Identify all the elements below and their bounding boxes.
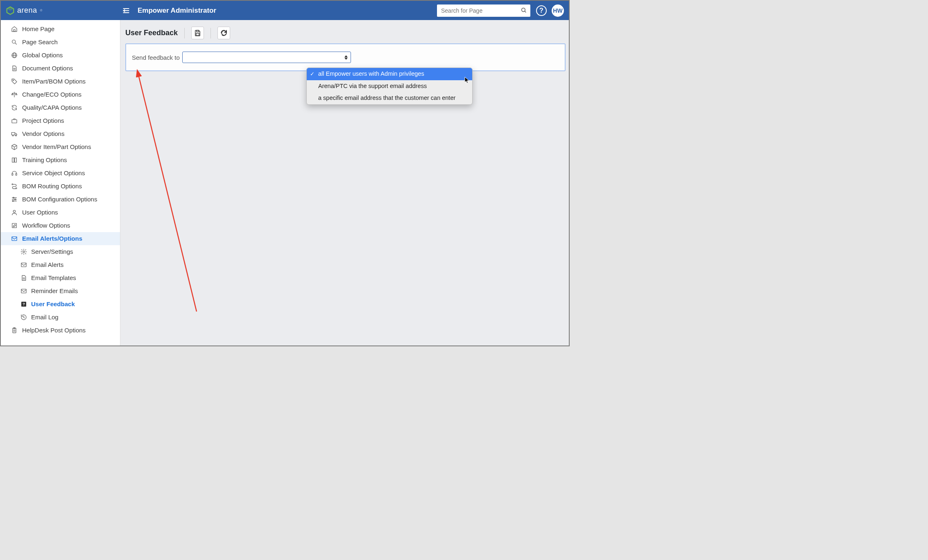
feedback-destination-dropdown: ✓all Empower users with Admin privileges…: [306, 68, 473, 105]
header-left: Empower Administrator: [79, 5, 216, 16]
sidebar-item-project-options[interactable]: Project Options: [1, 114, 120, 127]
search-icon: [521, 7, 527, 14]
dropdown-option-label: a specific email address that the custom…: [318, 95, 455, 101]
sidebar-item-document-options[interactable]: Document Options: [1, 62, 120, 75]
refresh-icon: [11, 104, 18, 111]
select-caret-icon: [343, 53, 349, 61]
help-button[interactable]: ?: [536, 5, 547, 16]
svg-point-31: [15, 199, 16, 200]
sidebar-item-helpdesk-post-options[interactable]: HelpDesk Post Options: [1, 324, 120, 337]
sidebar-item-label: Service Object Options: [22, 169, 85, 177]
svg-rect-37: [21, 263, 26, 266]
svg-rect-49: [197, 30, 199, 32]
dropdown-option[interactable]: Arena/PTC via the support email address: [307, 80, 472, 93]
user-icon: [11, 209, 18, 216]
edit-icon: [11, 222, 18, 229]
svg-text:?: ?: [23, 302, 25, 306]
sidebar-subitem-server-settings[interactable]: Server/Settings: [1, 245, 120, 258]
page-search-box[interactable]: [437, 5, 530, 17]
sidebar-item-label: Vendor Item/Part Options: [22, 143, 91, 151]
sidebar-item-label: Email Alerts: [31, 261, 63, 269]
divider: [210, 28, 211, 38]
sidebar-item-label: Email Alerts/Options: [22, 235, 82, 242]
sidebar-item-label: Server/Settings: [31, 248, 73, 255]
save-icon: [194, 29, 201, 36]
sidebar-subitem-user-feedback[interactable]: ?User Feedback: [1, 298, 120, 311]
sidebar-item-page-search[interactable]: Page Search: [1, 36, 120, 49]
menu-toggle-button[interactable]: [120, 5, 132, 16]
headset-icon: [11, 169, 18, 177]
save-button[interactable]: [191, 27, 204, 39]
help-icon: ?: [539, 7, 543, 14]
sidebar-item-label: BOM Routing Options: [22, 183, 82, 190]
user-avatar[interactable]: HW: [552, 5, 564, 17]
sidebar-item-home-page[interactable]: Home Page: [1, 23, 120, 36]
mail-icon: [11, 235, 18, 242]
sidebar-item-label: User Options: [22, 209, 58, 216]
sidebar-item-label: Vendor Options: [22, 130, 64, 138]
page-search-input[interactable]: [437, 5, 530, 17]
sidebar-item-global-options[interactable]: Global Options: [1, 49, 120, 62]
sidebar-subitem-email-alerts[interactable]: Email Alerts: [1, 258, 120, 271]
sidebar-item-training-options[interactable]: Training Options: [1, 154, 120, 167]
sidebar-item-label: Workflow Options: [22, 222, 70, 229]
brand-text: arena: [17, 6, 37, 15]
sliders-icon: [11, 196, 18, 203]
sidebar-item-workflow-options[interactable]: Workflow Options: [1, 219, 120, 232]
refresh-button[interactable]: [217, 27, 230, 39]
sidebar-item-vendor-item-part-options[interactable]: Vendor Item/Part Options: [1, 140, 120, 154]
svg-rect-7: [14, 29, 15, 32]
truck-icon: [11, 130, 18, 138]
svg-rect-50: [196, 33, 199, 36]
sidebar-subitem-reminder-emails[interactable]: Reminder Emails: [1, 285, 120, 298]
sidebar-item-label: Project Options: [22, 117, 64, 124]
clipboard-icon: [11, 327, 18, 334]
sidebar-item-label: Training Options: [22, 156, 67, 164]
briefcase-icon: [11, 117, 18, 124]
feedback-destination-select[interactable]: [182, 52, 351, 63]
doc-icon: [11, 65, 18, 72]
sidebar-subitem-email-log[interactable]: Email Log: [1, 311, 120, 324]
sidebar-item-quality-capa-options[interactable]: Quality/CAPA Options: [1, 101, 120, 114]
svg-rect-34: [12, 224, 17, 228]
divider: [184, 28, 185, 38]
sidebar-item-email-alerts-options[interactable]: Email Alerts/Options: [1, 232, 120, 245]
svg-point-32: [12, 201, 14, 202]
gear-icon: [20, 248, 27, 255]
search-icon: [11, 38, 18, 46]
check-icon: ✓: [310, 70, 315, 78]
dropdown-option-label: Arena/PTC via the support email address: [318, 83, 427, 89]
dropdown-option[interactable]: a specific email address that the custom…: [307, 92, 472, 104]
svg-rect-35: [12, 237, 17, 240]
question-icon: ?: [20, 301, 27, 307]
form-panel: Send feedback to: [125, 43, 566, 71]
refresh-icon: [220, 29, 227, 36]
dropdown-option-label: all Empower users with Admin privileges: [318, 70, 424, 77]
sidebar-item-user-options[interactable]: User Options: [1, 206, 120, 219]
sidebar-item-label: Item/Part/BOM Options: [22, 78, 86, 85]
svg-line-6: [525, 11, 526, 12]
header-right: ? HW: [536, 5, 564, 17]
sidebar-subitem-email-templates[interactable]: Email Templates: [1, 271, 120, 285]
svg-rect-23: [12, 174, 13, 176]
sidebar-item-vendor-options[interactable]: Vendor Options: [1, 127, 120, 140]
route-icon: [11, 183, 18, 190]
sidebar-item-label: Quality/CAPA Options: [22, 104, 82, 111]
svg-point-5: [522, 8, 525, 11]
sidebar-item-bom-configuration-options[interactable]: BOM Configuration Options: [1, 193, 120, 206]
history-icon: [20, 314, 27, 321]
sidebar-item-service-object-options[interactable]: Service Object Options: [1, 167, 120, 180]
globe-icon: [11, 52, 18, 59]
svg-point-21: [16, 135, 17, 136]
brand-mark-icon: [6, 6, 15, 15]
sidebar-item-label: Email Log: [31, 314, 59, 321]
sidebar-item-item-part-bom-options[interactable]: Item/Part/BOM Options: [1, 75, 120, 88]
sidebar-item-label: Home Page: [22, 25, 54, 33]
sidebar-item-change-eco-options[interactable]: Change/ECO Options: [1, 88, 120, 101]
sidebar-item-bom-routing-options[interactable]: BOM Routing Options: [1, 180, 120, 193]
sidebar-item-label: Change/ECO Options: [22, 91, 81, 98]
svg-rect-18: [12, 120, 17, 123]
mail-icon: [20, 262, 27, 268]
svg-rect-19: [11, 133, 15, 135]
dropdown-option[interactable]: ✓all Empower users with Admin privileges: [307, 68, 472, 80]
